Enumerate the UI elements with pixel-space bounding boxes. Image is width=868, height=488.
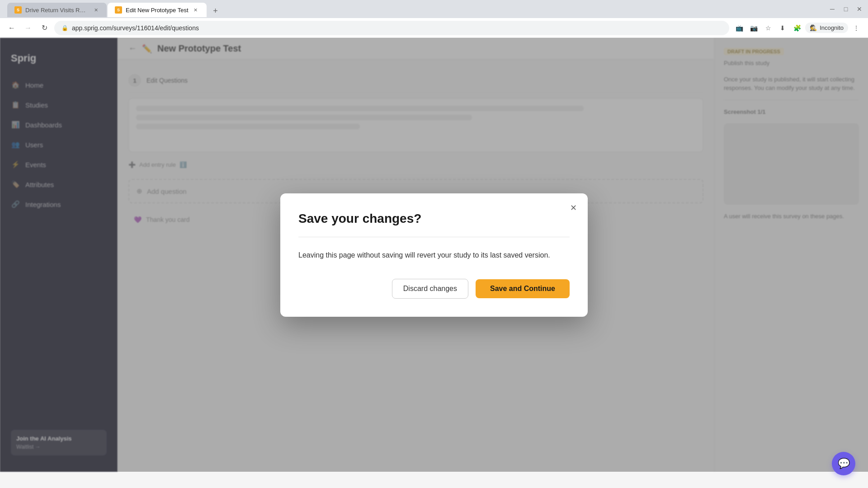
window-minimize-icon[interactable]: ─ — [827, 4, 837, 14]
chat-icon: 💬 — [838, 458, 850, 469]
download-icon[interactable]: ⬇ — [776, 22, 789, 34]
tab1-close[interactable]: ✕ — [92, 6, 99, 14]
menu-icon[interactable]: ⋮ — [850, 22, 863, 34]
modal-actions: Discard changes Save and Continue — [298, 279, 570, 299]
tab1-favicon: S — [14, 6, 22, 14]
browser-nav-bar: ← → ↻ 🔒 app.sprig.com/surveys/116014/edi… — [0, 18, 868, 38]
incognito-label: Incognito — [820, 24, 844, 31]
address-bar[interactable]: 🔒 app.sprig.com/surveys/116014/edit/ques… — [54, 21, 729, 35]
browser-chrome: S Drive Return Visits Responses ✕ S Edit… — [0, 0, 868, 38]
extensions-icon[interactable]: 🧩 — [791, 22, 803, 34]
address-text: app.sprig.com/surveys/116014/edit/questi… — [72, 24, 722, 32]
back-button[interactable]: ← — [5, 22, 18, 34]
save-and-continue-button[interactable]: Save and Continue — [476, 279, 570, 298]
browser-title-bar: S Drive Return Visits Responses ✕ S Edit… — [0, 0, 868, 18]
lock-icon: 🔒 — [61, 25, 68, 31]
incognito-icon: 🕵️ — [810, 24, 817, 31]
page-content: Sprig 🏠 Home 📋 Studies 📊 Dashboards 👥 Us… — [0, 38, 868, 472]
browser-tab-2[interactable]: S Edit New Prototype Test ✕ — [108, 3, 207, 17]
window-maximize-icon[interactable]: □ — [841, 4, 851, 14]
tab2-close[interactable]: ✕ — [192, 6, 199, 14]
modal-divider — [298, 237, 570, 237]
cast-icon[interactable]: 📺 — [733, 22, 745, 34]
screen-capture-icon[interactable]: 📷 — [747, 22, 760, 34]
modal-title: Save your changes? — [298, 211, 570, 226]
browser-tab-1[interactable]: S Drive Return Visits Responses ✕ — [7, 3, 107, 17]
modal-overlay[interactable]: ✕ Save your changes? Leaving this page w… — [0, 38, 868, 472]
modal-close-button[interactable]: ✕ — [566, 201, 580, 215]
save-changes-modal: ✕ Save your changes? Leaving this page w… — [280, 193, 588, 317]
nav-actions: 📺 📷 ☆ ⬇ 🧩 🕵️ Incognito ⋮ — [733, 22, 863, 34]
incognito-badge[interactable]: 🕵️ Incognito — [805, 23, 848, 33]
chat-button[interactable]: 💬 — [832, 452, 855, 475]
tab-bar: S Drive Return Visits Responses ✕ S Edit… — [4, 1, 820, 17]
tab2-favicon: S — [115, 6, 122, 14]
bookmark-icon[interactable]: ☆ — [762, 22, 774, 34]
tab2-label: Edit New Prototype Test — [126, 7, 189, 14]
tab1-label: Drive Return Visits Responses — [25, 7, 89, 14]
discard-changes-button[interactable]: Discard changes — [392, 279, 468, 299]
window-close-icon[interactable]: ✕ — [854, 4, 864, 14]
add-tab-button[interactable]: + — [209, 5, 222, 17]
modal-body-text: Leaving this page without saving will re… — [298, 250, 570, 261]
reload-button[interactable]: ↻ — [38, 22, 51, 34]
forward-button[interactable]: → — [22, 22, 34, 34]
